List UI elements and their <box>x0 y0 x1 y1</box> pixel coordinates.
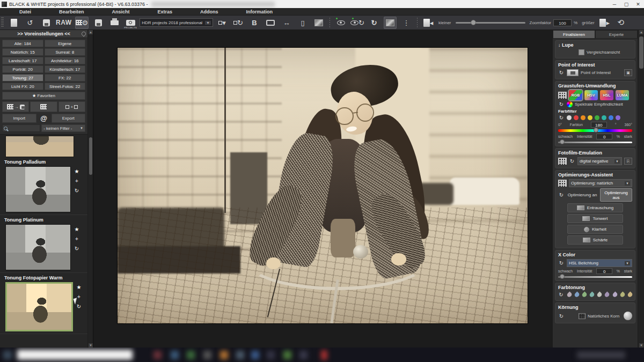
filter-color-green[interactable] <box>595 115 599 120</box>
preset-thumbnail-selected[interactable] <box>5 282 73 331</box>
category-portraet[interactable]: Porträt: 20 <box>2 65 43 73</box>
zoom-factor-input[interactable]: 100 <box>553 19 572 26</box>
menu-addons[interactable]: Addons <box>200 9 218 14</box>
duplicate-preset-button[interactable]: + <box>58 101 85 112</box>
scroll-down-arrow[interactable]: ▼ <box>89 343 93 348</box>
reset-icon[interactable]: ↻ <box>558 260 565 266</box>
export-devices-icon[interactable]: ▾ <box>216 17 229 29</box>
project-format-dropdown[interactable]: HDR projects 2018 professional▼ <box>140 18 213 27</box>
taskbar-icon[interactable] <box>299 351 308 359</box>
start-button-blurred[interactable] <box>3 351 12 359</box>
preset-thumbnail-partial[interactable] <box>5 136 74 157</box>
compare-view-icon[interactable]: ↻ <box>350 17 364 29</box>
histogram-icon[interactable] <box>312 17 325 29</box>
reset-icon[interactable]: ↻ <box>558 313 565 319</box>
image-width-icon[interactable]: ↔ <box>280 17 293 29</box>
tint-droplet-1[interactable] <box>566 291 573 298</box>
tint-droplet-3[interactable] <box>581 291 588 298</box>
favorites-button[interactable]: ★ Favoriten <box>2 92 85 100</box>
filter-color-blue[interactable] <box>609 115 613 120</box>
save-icon[interactable] <box>92 17 105 29</box>
tint-droplet-4[interactable] <box>589 291 595 298</box>
category-licht-fx[interactable]: Licht FX: 20 <box>2 83 43 90</box>
method-rgb[interactable]: RGB <box>569 90 582 100</box>
new-project-icon[interactable] <box>8 17 20 29</box>
favorite-star-icon[interactable]: ★ <box>75 168 79 174</box>
poi-toggle-button[interactable] <box>567 69 579 76</box>
category-landschaft[interactable]: Landschaft: 17 <box>2 57 43 64</box>
system-tray-blurred[interactable] <box>577 351 625 359</box>
spektrale-label[interactable]: Spektrale Empfindlichkeit <box>575 102 623 107</box>
tint-droplet-6[interactable] <box>604 291 610 298</box>
menu-ansicht[interactable]: Ansicht <box>112 9 130 14</box>
raw-button[interactable]: RAW <box>56 17 72 29</box>
preset-search-input[interactable] <box>2 124 40 132</box>
xcolor-intensity-slider[interactable] <box>558 276 632 278</box>
scroll-up-arrow[interactable]: ▲ <box>639 30 643 34</box>
window-layout-icon[interactable]: ▯ <box>296 17 309 29</box>
add-icon[interactable]: + <box>75 236 78 242</box>
tonwert-button[interactable]: Tonwert <box>567 214 623 223</box>
favorite-star-icon[interactable]: ★ <box>75 226 79 232</box>
zoom-slider-handle[interactable] <box>471 20 476 25</box>
tab-finalisieren[interactable]: Finalisieren <box>553 30 595 39</box>
tint-droplet-2[interactable] <box>574 291 580 298</box>
mirror-histogram-icon[interactable] <box>384 17 397 29</box>
optimierung-aus-button[interactable]: Optimierung aus <box>600 188 632 202</box>
menu-bearbeiten[interactable]: Bearbeiten <box>59 9 84 14</box>
taskbar-icon[interactable] <box>283 351 291 359</box>
tint-droplet-7[interactable] <box>612 291 618 298</box>
klarheit-button[interactable]: Klarheit <box>567 225 623 234</box>
category-street-fotos[interactable]: Street-Fotos: 22 <box>45 83 86 90</box>
filter-color-teal[interactable] <box>602 115 606 120</box>
image-frame-icon[interactable] <box>264 17 277 29</box>
original-view-icon[interactable] <box>334 17 347 29</box>
taskbar-icon-red[interactable] <box>321 350 327 360</box>
save-presets-button[interactable]: → <box>2 101 29 112</box>
import-image-icon[interactable] <box>40 17 53 29</box>
intensity-value-input[interactable]: 0 <box>596 134 612 139</box>
zoom-fit-icon[interactable]: ◂ <box>422 17 435 29</box>
category-natuerlich[interactable]: Natürlich: 15 <box>2 48 43 56</box>
menu-datei[interactable]: Datei <box>19 9 31 14</box>
scroll-up-arrow[interactable]: ▲ <box>89 30 93 34</box>
pin-icon[interactable] <box>80 31 86 36</box>
favorite-star-icon[interactable]: ★ <box>77 284 82 290</box>
filter-color-purple[interactable] <box>616 115 620 120</box>
reset-icon[interactable]: ↻ <box>569 158 575 164</box>
method-hsv[interactable]: HSV <box>584 90 598 100</box>
filter-dropdown[interactable]: - keinen Filter -▼ <box>41 124 85 132</box>
compare-view-checkbox[interactable] <box>579 49 584 55</box>
import-button[interactable]: Import <box>2 114 36 123</box>
taskbar-icon[interactable] <box>187 351 195 359</box>
zoom-in-icon[interactable]: ▸ <box>598 17 611 29</box>
reset-icon[interactable]: ↻ <box>558 192 565 198</box>
film-browse-icon[interactable] <box>558 158 567 165</box>
taskbar-icon[interactable] <box>251 351 259 359</box>
tab-experte[interactable]: Experte <box>595 30 638 39</box>
add-icon[interactable]: + <box>77 294 80 300</box>
dots-menu-icon[interactable]: ⋮ <box>400 17 413 29</box>
export-button[interactable]: Export <box>52 114 86 123</box>
tint-droplet-8[interactable] <box>619 291 626 298</box>
category-alle[interactable]: Alle: 184 <box>2 40 43 47</box>
taskbar-icon[interactable] <box>153 351 162 359</box>
search-box-blurred[interactable] <box>17 350 133 360</box>
taskbar-icon[interactable] <box>203 351 211 359</box>
grain-preview-icon[interactable] <box>624 312 632 320</box>
tint-droplet-5[interactable] <box>596 291 603 298</box>
xcolor-dropdown[interactable]: HSL Belichtung▼ <box>567 259 632 267</box>
rightpanel-scroll-thumb[interactable] <box>639 36 643 69</box>
at-share-button[interactable]: @ <box>38 114 50 122</box>
print-icon[interactable] <box>108 17 121 29</box>
taskbar-icon[interactable] <box>171 351 179 359</box>
method-luma[interactable]: LUMA <box>616 90 629 100</box>
optimierung-an-button[interactable]: Optimierung an <box>567 191 598 199</box>
category-tonung[interactable]: Tonung: 27 <box>2 74 43 82</box>
optimierung-dropdown[interactable]: Optimierung: natürlich▼ <box>569 179 632 187</box>
category-architektur[interactable]: Architektur: 16 <box>45 57 86 64</box>
filter-color-white[interactable] <box>567 115 572 120</box>
tint-droplet-9[interactable] <box>627 291 633 298</box>
edited-photo[interactable] <box>118 48 528 323</box>
taskbar-icon[interactable] <box>267 351 275 359</box>
